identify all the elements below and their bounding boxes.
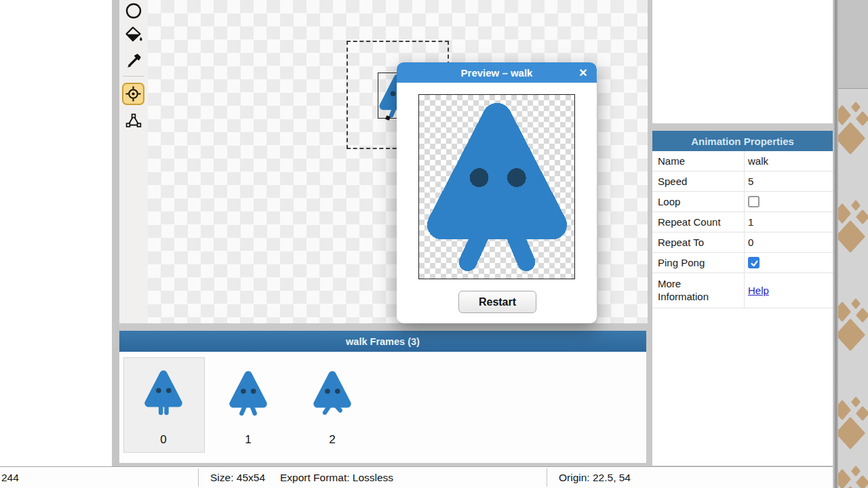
right-top-panel: [652, 0, 833, 123]
status-bar: 244 Size: 45x54 Export Format: Lossless …: [0, 466, 833, 488]
desktop-diamond-pattern: [838, 88, 868, 488]
properties-column-divider: [744, 151, 745, 308]
frame-2-label: 2: [319, 433, 346, 447]
eyedropper-icon: [125, 53, 142, 69]
bone-tool-button[interactable]: [119, 110, 148, 131]
property-row-speed: Speed 5: [652, 171, 833, 192]
property-row-name: Name walk: [652, 151, 833, 171]
preview-dialog-title: Preview – walk: [461, 67, 533, 79]
fill-bucket-tool-button[interactable]: [119, 24, 148, 45]
speed-value[interactable]: 5: [748, 171, 753, 192]
sprite-bounding-box: [378, 73, 398, 119]
animation-properties-panel: Animation Properties Name walk Speed 5 L…: [652, 131, 833, 466]
status-origin: Origin: 22.5, 54: [559, 467, 631, 488]
help-link[interactable]: Help: [748, 273, 769, 308]
name-value[interactable]: walk: [748, 151, 768, 171]
window-edge-groove: [833, 0, 838, 488]
desktop-background-strip: [838, 0, 868, 488]
frames-panel-header: walk Frames (3): [119, 331, 646, 352]
desktop-plain-area: [838, 0, 868, 89]
status-coordinate: 244: [1, 467, 19, 488]
preview-dialog: Preview – walk ✕ Restart: [397, 62, 597, 323]
property-row-ping-pong: Ping Pong: [652, 253, 833, 273]
eyedropper-tool-button[interactable]: [119, 51, 148, 71]
property-row-repeat-to: Repeat To 0: [652, 232, 833, 253]
close-icon[interactable]: ✕: [576, 66, 590, 79]
repeat-to-value[interactable]: 0: [748, 232, 753, 253]
frames-panel: 0 1 2: [119, 352, 646, 463]
ellipse-tool-button[interactable]: [119, 1, 148, 21]
frame-0-label: 0: [150, 433, 177, 447]
status-export-format: Export Format: Lossless: [280, 467, 393, 488]
property-row-repeat-count: Repeat Count 1: [652, 212, 833, 232]
toolbar-divider: [123, 76, 144, 77]
status-divider: [547, 468, 547, 487]
status-size: Size: 45x54: [210, 467, 265, 488]
ping-pong-checkbox[interactable]: [748, 257, 760, 268]
property-row-loop: Loop: [652, 192, 833, 212]
loop-checkbox[interactable]: [748, 196, 760, 207]
canvas-sprite-image: [378, 73, 398, 119]
preview-sprite-image: [424, 100, 570, 275]
origin-crosshair-icon: [125, 86, 141, 102]
bone-skeleton-icon: [125, 112, 142, 129]
restart-button[interactable]: Restart: [458, 291, 536, 313]
frame-0-sprite[interactable]: [144, 369, 183, 417]
frame-1-label: 1: [235, 433, 262, 447]
left-panel: [0, 0, 112, 466]
preview-dialog-titlebar[interactable]: Preview – walk: [397, 62, 597, 83]
status-divider: [198, 468, 199, 487]
frame-1-sprite[interactable]: [229, 370, 268, 418]
fill-bucket-icon: [124, 25, 143, 44]
origin-tool-button[interactable]: [122, 83, 144, 105]
frame-2-sprite[interactable]: [313, 370, 352, 418]
tools-toolbar: [119, 0, 148, 323]
preview-animation-frame: [418, 94, 575, 279]
vertical-scrollbar[interactable]: [112, 0, 119, 466]
property-row-more-information: More Information Help: [652, 273, 833, 308]
checkmark-icon: [750, 259, 759, 268]
animation-properties-header: Animation Properties: [652, 131, 833, 151]
repeat-count-value[interactable]: 1: [748, 212, 753, 232]
ellipse-icon: [125, 3, 142, 19]
